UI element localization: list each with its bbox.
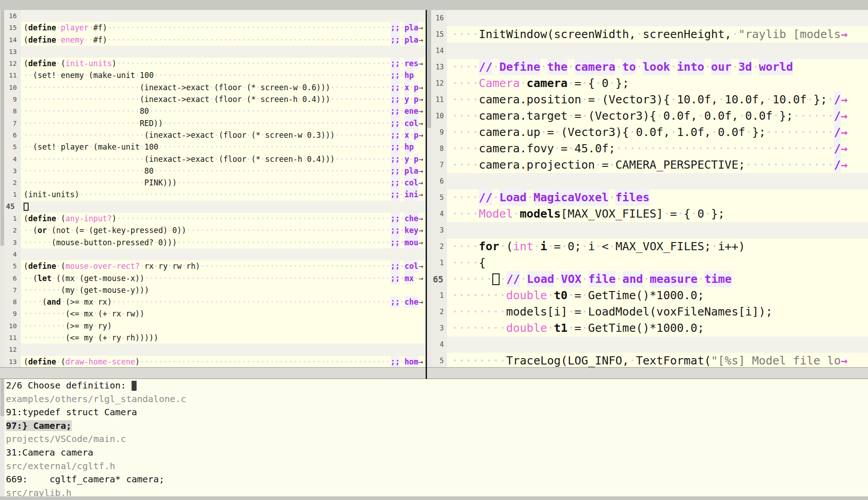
code-line-content[interactable]: (define·(mouse-over-rect?·rx·ry·rw·rh)··… [21,260,426,272]
code-line[interactable]: 13····//·Define·the·camera·to·look·into·… [427,59,868,75]
code-line-content[interactable]: ········models[i]·=·LoadModel(voxFileNam… [447,304,868,320]
code-line-content[interactable]: ·········(>=·my·ry) [21,320,426,332]
completion-candidate[interactable]: 31:Camera camera [0,446,868,460]
code-line[interactable]: 10·········(>=·my·ry) [0,320,426,332]
code-line[interactable]: 3······(mouse-button-pressed?·0)))······… [0,237,426,248]
code-line[interactable]: 5········TraceLog(LOG_INFO,·TextFormat("… [427,353,868,367]
code-line[interactable]: 9····camera.up·=·(Vector3){·0.0f,·1.0f,·… [427,124,868,141]
code-line-content[interactable]: ········(my·(get-mouse-y))) [21,284,426,296]
code-line-content[interactable]: (define·enemy··#f)······················… [21,34,426,46]
code-line-content[interactable] [21,248,426,260]
code-line-content[interactable]: ·························(inexact->exact… [21,82,426,93]
code-line[interactable]: 15····InitWindow(screenWidth,·screenHeig… [427,26,868,43]
code-line-content[interactable]: ····//·Load·MagicaVoxel·files [447,189,868,206]
code-line[interactable]: 9·········(<=·mx·(+·rx·rw)) [0,308,426,320]
code-line-content[interactable]: ····camera.target·=·(Vector3){·0.0f,·0.0… [447,108,868,124]
code-line-content[interactable] [21,201,426,213]
code-line-content[interactable]: (define·(draw-home-scene)···············… [21,356,426,367]
code-line[interactable]: 10····camera.target·=·(Vector3){·0.0f,·0… [427,108,868,124]
code-line[interactable]: 1(init-units)···························… [0,189,426,200]
completion-candidate[interactable]: src/external/cgltf.h [0,460,868,473]
code-line[interactable]: 13 [0,46,426,58]
code-line-content[interactable]: ····{ [447,255,868,271]
code-line-content[interactable]: ·························RED))··········… [21,117,426,129]
code-line[interactable]: 8····camera.fovy·=·45.0f;···············… [427,141,868,157]
code-line-content[interactable] [21,10,426,22]
code-line-content[interactable]: ····Model·models[MAX_VOX_FILES]·=·{·0·}; [447,206,868,222]
completion-candidate[interactable]: 669: cgltf_camera* camera; [0,473,868,486]
code-line-content[interactable]: ··(set!·enemy·(make-unit·100············… [21,69,426,81]
code-line[interactable]: 6··(let·((mx·(get-mouse-x))·············… [0,272,426,284]
code-pane-scheme[interactable]: 1615(define·player·#f)··················… [0,10,426,367]
code-line-content[interactable]: ·········(<=·my·(+·ry·rh))))) [21,332,426,344]
code-line[interactable]: 11····camera.position·=·(Vector3){·10.0f… [427,92,868,108]
code-line-content[interactable]: (define·(any-input?)····················… [21,213,426,224]
code-line[interactable]: 2········models[i]·=·LoadModel(voxFileNa… [427,304,868,320]
code-line-content[interactable]: ····//·Define·the·camera·to·look·into·ou… [447,59,868,75]
code-line[interactable]: 16 [0,10,426,22]
code-line-content[interactable]: (define·(init-units)····················… [21,58,426,69]
code-line[interactable]: 6··························(inexact->exa… [0,129,426,141]
code-line[interactable]: 4····Model·models[MAX_VOX_FILES]·=·{·0·}… [427,206,868,222]
code-line-content[interactable]: ·························(inexact->exact… [21,93,426,105]
code-line[interactable]: 8·························80············… [0,105,426,117]
code-line[interactable]: 12····Camera·camera·=·{·0·}; [427,75,868,92]
code-line-content[interactable]: ·········(<=·mx·(+·rx·rw)) [21,308,426,320]
code-line-content[interactable]: ··(let·((mx·(get-mouse-x))··············… [21,272,426,284]
completion-candidate[interactable]: projects/VSCode/main.c [0,432,868,446]
code-line[interactable]: 4 [427,336,868,353]
minibuffer-completions[interactable]: 2/6 Choose definition: examples/others/r… [0,379,868,500]
scrollbar-minibuffer[interactable] [0,379,5,500]
code-line[interactable]: 65·······//·Load·VOX·file·and·measure·ti… [427,271,868,287]
code-line[interactable]: 1········double·t0·=·GetTime()*1000.0; [427,287,868,304]
code-line-content[interactable]: ··(or·(not·(=·(get-key-pressed)·0))·····… [21,224,426,236]
code-line[interactable]: 11··(set!·enemy·(make-unit·100··········… [0,69,426,81]
code-line[interactable]: 7········(my·(get-mouse-y))) [0,284,426,296]
completion-candidate[interactable]: examples/others/rlgl_standalone.c [0,393,868,406]
code-line[interactable]: 12(define·(init-units)··················… [0,58,426,69]
code-line[interactable]: 11·········(<=·my·(+·ry·rh))))) [0,332,426,344]
code-line-content[interactable] [447,222,868,238]
code-line-content[interactable]: ····camera.fovy·=·45.0f;················… [447,141,868,157]
scrollbar-left-pane[interactable] [0,10,5,367]
code-line[interactable]: 5····//·Load·MagicaVoxel·files [427,189,868,206]
code-line[interactable]: 14(define·enemy··#f)····················… [0,34,426,46]
code-line[interactable]: 4··························(inexact->exa… [0,153,426,165]
code-line-content[interactable] [447,336,868,353]
code-line-content[interactable]: ····InitWindow(screenWidth,·screenHeight… [447,26,868,43]
code-line[interactable]: 3··························80···········… [0,165,426,177]
code-line[interactable]: 15(define·player·#f)····················… [0,22,426,34]
code-line-content[interactable]: ······(mouse-button-pressed?·0)))·······… [21,237,426,248]
code-line[interactable]: 8····(and·(>=·mx·rx)····················… [0,296,426,308]
code-line[interactable]: 10·························(inexact->exa… [0,82,426,93]
code-line-content[interactable]: ········TraceLog(LOG_INFO,·TextFormat("[… [447,353,868,367]
code-line[interactable]: 13(define·(draw-home-scene)·············… [0,356,426,367]
code-line[interactable]: 2··························PINK)))······… [0,177,426,189]
code-line-content[interactable]: ········double·t1·=·GetTime()*1000.0; [447,320,868,336]
code-line[interactable]: 9·························(inexact->exac… [0,93,426,105]
code-line[interactable]: 14 [427,43,868,59]
scrollbar-right-pane[interactable] [427,10,432,367]
code-line[interactable]: 1····{ [427,255,868,271]
code-line-content[interactable]: ··(set!·player·(make-unit·100···········… [21,141,426,153]
code-line-content[interactable]: ····camera.up·=·(Vector3){·0.0f,·1.0f,·0… [447,124,868,141]
code-line[interactable]: 16 [427,10,868,26]
code-line-content[interactable]: ····camera.position·=·(Vector3){·10.0f,·… [447,92,868,108]
code-line-content[interactable]: ····camera.projection·=·CAMERA_PERSPECTI… [447,157,868,173]
code-line-content[interactable] [21,46,426,58]
code-line-content[interactable]: ··························(inexact->exac… [21,129,426,141]
completion-candidate[interactable]: 91:typedef struct Camera [0,406,868,419]
code-line-content[interactable]: ····Camera·camera·=·{·0·}; [447,75,868,92]
code-line-content[interactable] [21,344,426,355]
code-line-content[interactable]: ·························80·············… [21,105,426,117]
code-line[interactable]: 1(define·(any-input?)···················… [0,213,426,224]
code-line-content[interactable] [447,43,868,59]
code-line-content[interactable] [447,10,868,26]
code-line-content[interactable]: ····(and·(>=·mx·rx)·····················… [21,296,426,308]
code-line[interactable]: 45 [0,201,426,213]
code-line[interactable]: 2··(or·(not·(=·(get-key-pressed)·0))····… [0,224,426,236]
code-line[interactable]: 3········double·t1·=·GetTime()*1000.0; [427,320,868,336]
code-line-content[interactable] [447,173,868,189]
minibuffer-prompt[interactable]: 2/6 Choose definition: [0,379,868,393]
code-line-content[interactable]: ·······//·Load·VOX·file·and·measure·time [447,271,868,287]
